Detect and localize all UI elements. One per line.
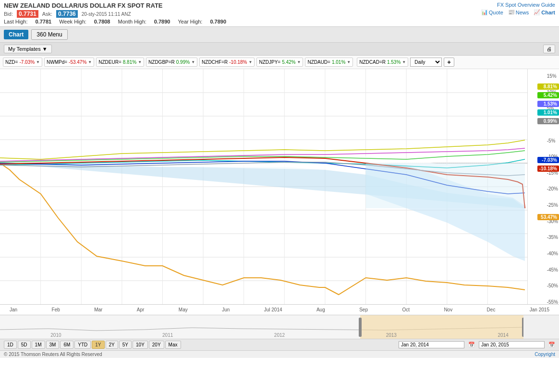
copyright-text: © 2015 Thomson Reuters All Rights Reserv… <box>4 352 102 357</box>
date-to-input[interactable] <box>479 341 545 348</box>
indicator-nzd[interactable]: NZD=-7.03%▼ <box>3 58 42 67</box>
week-high-value: 0.7808 <box>94 19 110 24</box>
indicator-nzdjpy[interactable]: NZDJPY=5.42%▼ <box>256 58 303 67</box>
time-labels: Jan Feb Mar Apr May Jun Jul 2014 Aug Sep… <box>0 307 559 312</box>
period-buttons: 1D 5D 1M 3M 6M YTD 1Y 2Y 5Y 10Y 20Y Max <box>4 341 181 349</box>
copyright-link[interactable]: Copyright <box>535 352 555 357</box>
ask-label: Ask: <box>42 11 52 17</box>
y-axis: 15% 10% 5% -5% -10% -15% -20% -25% -30% … <box>528 69 559 304</box>
indicators-row: NZD=-7.03%▼ NWMPd=-53.47%▼ NZDEUR=8.81%▼… <box>0 56 559 69</box>
badge-nzdgbp: 0.99% <box>537 118 559 124</box>
period-5d[interactable]: 5D <box>18 341 31 349</box>
badge-nzdeur: 8.81% <box>537 83 559 90</box>
time-axis: Jan Feb Mar Apr May Jun Jul 2014 Aug Sep… <box>0 304 559 315</box>
period-3m[interactable]: 3M <box>46 341 60 349</box>
navigator[interactable]: 2010 2011 2012 2013 2014 <box>0 315 559 339</box>
chart-panel: 15% 10% 5% -5% -10% -15% -20% -25% -30% … <box>0 69 559 304</box>
header: NEW ZEALAND DOLLAR/US DOLLAR FX SPOT RAT… <box>0 0 559 27</box>
badge-nzd: -7.03% <box>537 157 559 163</box>
bid-label: Bid: <box>4 11 13 17</box>
period-5y[interactable]: 5Y <box>119 341 132 349</box>
year-high-label: Year High: <box>178 19 202 24</box>
badge-nzdchf: -10.18% <box>537 166 559 172</box>
indicator-nzdchf[interactable]: NZDCHF=R-10.18%▼ <box>199 58 255 67</box>
period-1m[interactable]: 1M <box>32 341 45 349</box>
indicator-nwmp[interactable]: NWMPd=-53.47%▼ <box>44 58 94 67</box>
badge-nzdaud: 1.01% <box>537 109 559 116</box>
period-2y[interactable]: 2Y <box>106 341 118 349</box>
badge-nzdjpy: 5.42% <box>537 92 559 98</box>
guide-link[interactable]: FX Spot Overview Guide <box>497 2 555 8</box>
nav-chart[interactable]: 📈 Chart <box>534 9 555 15</box>
indicator-nzdcad[interactable]: NZDCAD=R1.53%▼ <box>357 58 408 67</box>
period-20y[interactable]: 20Y <box>149 341 164 349</box>
navigator-years: 2010 2011 2012 2013 2014 <box>0 333 559 338</box>
week-high-label: Week High: <box>59 19 86 24</box>
badge-nwmp: 53.47% <box>537 214 559 220</box>
date-from-input[interactable] <box>399 341 464 348</box>
menu-360-button[interactable]: 360 Menu <box>31 29 67 40</box>
highs-row: Last High: 0.7781 Week High: 0.7808 Mont… <box>4 19 555 24</box>
top-nav: FX Spot Overview Guide 📊 Quote 📰 News 📈 … <box>481 2 555 15</box>
templates-button[interactable]: My Templates ▼ <box>4 45 52 53</box>
month-high-value: 0.7890 <box>154 19 170 24</box>
last-high-label: Last High: <box>4 19 28 24</box>
indicator-nzdaud[interactable]: NZDAUD=1.01%▼ <box>305 58 353 67</box>
month-high-label: Month High: <box>118 19 146 24</box>
period-ytd[interactable]: YTD <box>74 341 91 349</box>
bottom-toolbar: 1D 5D 1M 3M 6M YTD 1Y 2Y 5Y 10Y 20Y Max … <box>0 339 559 350</box>
print-button[interactable]: 🖨 <box>543 45 555 53</box>
period-6m[interactable]: 6M <box>60 341 73 349</box>
add-indicator-button[interactable]: + <box>444 58 454 67</box>
nav-quote[interactable]: 📊 Quote <box>481 9 503 15</box>
period-1y[interactable]: 1Y <box>92 341 104 349</box>
templates-bar: My Templates ▼ 🖨 <box>0 43 559 56</box>
chart-toolbar: Chart 360 Menu <box>0 27 559 43</box>
bid-ask-row: Bid: 0.7731 Ask: 0.7736 20-sty-2015 11:1… <box>4 10 555 18</box>
nav-links: 📊 Quote 📰 News 📈 Chart <box>481 9 555 15</box>
last-high-value: 0.7781 <box>36 19 52 24</box>
period-max[interactable]: Max <box>165 341 181 349</box>
ask-value: 0.7736 <box>56 10 78 18</box>
chart-svg <box>0 69 527 304</box>
chart-button[interactable]: Chart <box>4 30 28 39</box>
nav-news[interactable]: 📰 News <box>508 9 529 15</box>
indicator-nzdeur[interactable]: NZDEUR=8.81%▼ <box>96 58 144 67</box>
svg-marker-27 <box>366 163 525 208</box>
period-10y[interactable]: 10Y <box>133 341 148 349</box>
date-range: 📅 📅 <box>399 341 555 348</box>
bid-value: 0.7731 <box>17 10 38 18</box>
datetime: 20-sty-2015 11:11 ANZ <box>82 12 131 17</box>
calendar-to-icon[interactable]: 📅 <box>548 342 555 348</box>
calendar-from-icon[interactable]: 📅 <box>468 342 475 348</box>
footer: © 2015 Thomson Reuters All Rights Reserv… <box>0 350 559 358</box>
chart-area <box>0 69 528 304</box>
period-1d[interactable]: 1D <box>4 341 17 349</box>
year-high-value: 0.7890 <box>210 19 226 24</box>
page-title: NEW ZEALAND DOLLAR/US DOLLAR FX SPOT RAT… <box>4 2 555 9</box>
indicator-nzdgbp[interactable]: NZDGBP=R0.99%▼ <box>146 58 197 67</box>
timeframe-select[interactable]: DailyWeeklyMonthly <box>410 58 442 67</box>
legend-badges: 8.81% 5.42% 1.53% 1.01% 0.99% -7.03% -10… <box>537 83 559 221</box>
badge-nzdcad: 1.53% <box>537 101 559 107</box>
